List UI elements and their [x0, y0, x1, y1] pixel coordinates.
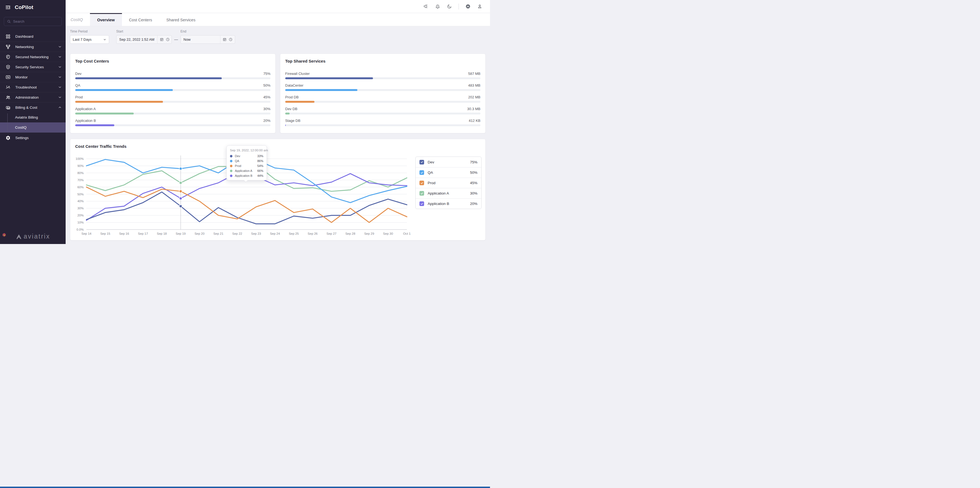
svg-text:Sep 18: Sep 18: [157, 232, 167, 235]
series-checkbox[interactable]: [420, 170, 424, 175]
top-shared-services-card: Top Shared Services Firewall Cluster587 …: [280, 54, 485, 133]
metric-row: QA50%: [75, 83, 270, 91]
sidebar: CoPilot Search DashboardNetworkingSecure…: [0, 0, 65, 244]
tab-overview[interactable]: Overview: [90, 13, 122, 26]
shield-plus-icon: [5, 65, 11, 70]
sidebar-item-costiq[interactable]: CostIQ: [0, 122, 65, 133]
tab-context-label: CostIQ: [65, 13, 90, 26]
clock-icon[interactable]: [166, 37, 170, 41]
calendar-icon[interactable]: [160, 37, 164, 41]
notifications-bell-icon[interactable]: [435, 4, 440, 9]
sidebar-item-secured-networking[interactable]: Secured Networking: [0, 52, 65, 62]
legend-value: 45%: [470, 181, 477, 185]
sidebar-item-billing-cost[interactable]: Billing & Cost: [0, 102, 65, 112]
shield-icon: [5, 54, 11, 60]
svg-text:Sep 15: Sep 15: [100, 232, 110, 235]
date-range-separator: —: [174, 37, 178, 41]
end-label: End: [180, 30, 235, 33]
legend-row-prod[interactable]: Prod45%: [415, 177, 481, 188]
tooltip-series-value: 54%: [257, 164, 263, 168]
legend-label: Application B: [428, 202, 449, 206]
svg-text:70%: 70%: [77, 178, 84, 182]
metric-value: 587 MB: [468, 71, 480, 76]
series-checkbox[interactable]: [420, 181, 424, 185]
series-checkbox[interactable]: [420, 160, 424, 165]
series-line-dev: [86, 192, 407, 224]
legend-label: Prod: [428, 181, 436, 185]
svg-text:80%: 80%: [77, 171, 84, 174]
series-checkbox[interactable]: [420, 201, 424, 206]
sidebar-item-label: Secured Networking: [15, 55, 58, 59]
search-icon: [7, 19, 11, 24]
sidebar-item-monitor[interactable]: Monitor: [0, 72, 65, 82]
sidebar-item-settings[interactable]: Settings: [0, 133, 65, 143]
end-value: Now: [181, 37, 220, 41]
svg-text:Sep 25: Sep 25: [289, 232, 299, 235]
time-period-value: Last 7 Days: [73, 37, 92, 41]
tab-shared-services[interactable]: Shared Services: [159, 13, 202, 26]
tooltip-row: Prod54%: [230, 164, 263, 168]
sidebar-item-aviatrix-billing[interactable]: Aviatrix Billing: [0, 112, 65, 122]
chart-tooltip: Sep 19, 2022, 12:00:00 am Dev33%QA86%Pro…: [226, 145, 267, 180]
metric-row: Application A30%: [75, 107, 270, 114]
sidebar-item-label: Troubleshoot: [15, 85, 58, 89]
progress-bar: [285, 124, 480, 126]
metric-label: DataCenter: [285, 83, 303, 87]
metric-value: 50%: [263, 83, 270, 87]
search-input[interactable]: Search: [4, 17, 62, 26]
clock-icon[interactable]: [229, 37, 233, 41]
hover-point: [180, 181, 182, 184]
metric-row: Application B20%: [75, 119, 270, 126]
legend-value: 30%: [470, 191, 477, 195]
sidebar-item-label: Monitor: [15, 75, 58, 79]
sidebar-item-networking[interactable]: Networking: [0, 41, 65, 52]
metric-label: Application B: [75, 119, 96, 123]
chart-title: Cost Center Traffic Trends: [75, 144, 480, 149]
gear-icon: [5, 135, 11, 141]
chevron-down-icon: [58, 55, 62, 59]
metric-row: DataCenter483 MB: [285, 83, 480, 91]
aviatrix-logo-icon[interactable]: [465, 4, 471, 9]
metric-row: Prod DB202 MB: [285, 95, 480, 103]
sidebar-item-troubleshoot[interactable]: Troubleshoot: [0, 82, 65, 92]
metric-label: Stage DB: [285, 119, 301, 123]
legend-row-application-a[interactable]: Application A30%: [415, 188, 481, 198]
start-datetime-input[interactable]: Sep 22, 2022 1:52 AM: [116, 35, 172, 44]
metric-row: Prod45%: [75, 95, 270, 103]
search-placeholder: Search: [13, 19, 24, 24]
card-title: Top Shared Services: [285, 59, 480, 63]
legend-label: Dev: [428, 160, 434, 164]
progress-bar: [75, 124, 270, 126]
sidebar-submenu: Aviatrix BillingCostIQ: [0, 112, 65, 133]
svg-text:Sep 28: Sep 28: [345, 232, 355, 235]
legend-row-application-b[interactable]: Application B20%: [415, 198, 481, 209]
megaphone-icon[interactable]: [423, 4, 428, 9]
metric-value: 412 KB: [469, 119, 480, 123]
legend-row-dev[interactable]: Dev75%: [415, 157, 481, 167]
start-value: Sep 22, 2022 1:52 AM: [116, 37, 157, 41]
legend-row-qa[interactable]: QA50%: [415, 167, 481, 177]
dark-mode-moon-icon[interactable]: [447, 4, 452, 9]
legend-value: 75%: [470, 160, 477, 164]
sidebar-item-dashboard[interactable]: Dashboard: [0, 32, 65, 41]
svg-text:20%: 20%: [77, 214, 84, 217]
hover-point: [180, 167, 182, 170]
end-datetime-input[interactable]: Now: [180, 35, 235, 44]
series-checkbox[interactable]: [420, 191, 424, 196]
sidebar-collapse-icon[interactable]: [5, 5, 11, 10]
progress-bar: [75, 101, 270, 103]
sidebar-item-security-services[interactable]: Security Services: [0, 62, 65, 72]
svg-text:Sep 17: Sep 17: [138, 232, 148, 235]
tooltip-row: Application A66%: [230, 169, 263, 173]
tab-cost-centers[interactable]: Cost Centers: [122, 13, 159, 26]
calendar-icon[interactable]: [223, 37, 227, 41]
sidebar-item-administration[interactable]: Administration: [0, 92, 65, 102]
user-profile-icon[interactable]: [477, 4, 482, 9]
billing-icon: [5, 105, 11, 110]
monitor-icon: [5, 74, 11, 80]
metric-value: 30%: [263, 107, 270, 111]
card-title: Top Cost Centers: [75, 59, 270, 63]
time-period-select[interactable]: Last 7 Days: [70, 35, 109, 44]
progress-bar: [285, 77, 480, 79]
legend-label: QA: [428, 171, 433, 174]
